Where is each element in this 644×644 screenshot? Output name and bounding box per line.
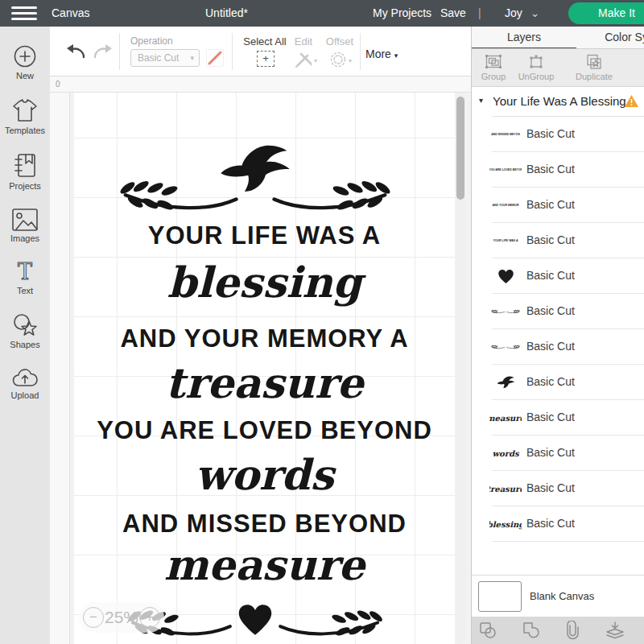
layer-row[interactable]: Basic Cut — [472, 329, 644, 365]
layer-row[interactable]: measure Basic Cut — [472, 400, 644, 436]
layer-operation-label: Basic Cut — [526, 163, 575, 175]
canvas-vertical-scrollbar[interactable] — [456, 93, 465, 644]
layer-operation-label: Basic Cut — [526, 517, 575, 530]
layer-group-title: Your Life Was A Blessing — [493, 94, 626, 108]
design-script-measure[interactable]: measure — [74, 540, 455, 589]
upload-icon — [11, 367, 39, 388]
ungroup-button[interactable]: UnGroup — [514, 52, 558, 81]
images-icon — [12, 208, 38, 231]
sidebar-item-images[interactable]: Images — [0, 208, 50, 243]
ruler-top — [50, 76, 471, 93]
zoom-in-button[interactable]: + — [139, 607, 160, 628]
sidebar-item-label: Text — [0, 286, 50, 295]
design-script-treasure[interactable]: treasure — [74, 358, 455, 407]
group-button[interactable]: Group — [472, 52, 515, 81]
weld-icon[interactable] — [521, 621, 540, 640]
menu-icon[interactable] — [11, 6, 37, 20]
undo-icon[interactable] — [64, 43, 87, 65]
layer-row[interactable]: AND YOUR MEMOR Basic Cut — [472, 188, 644, 223]
sidebar-item-new[interactable]: New — [0, 44, 50, 80]
layer-row[interactable]: YOU ARE LOVED BEYON Basic Cut — [472, 152, 644, 188]
layer-operation-label: Basic Cut — [526, 304, 575, 317]
more-button[interactable]: More ▾ — [365, 47, 398, 60]
offset-dropdown-arrow-icon[interactable]: ▾ — [349, 57, 352, 64]
layer-thumbnail: AND YOUR MEMOR — [489, 188, 522, 223]
layer-row[interactable]: Basic Cut — [472, 365, 644, 400]
edit-dropdown-arrow-icon[interactable]: ▾ — [314, 57, 317, 64]
document-title[interactable]: Untitled* — [205, 6, 248, 19]
chevron-down-icon: ⌄ — [530, 6, 540, 19]
panel-bottom-bar — [472, 617, 644, 644]
group-icon — [484, 52, 503, 72]
my-projects-link[interactable]: My Projects — [373, 6, 431, 19]
bottom-flourish-heart-graphic[interactable] — [126, 593, 384, 644]
heart-icon — [239, 605, 271, 635]
layer-operation-label: Basic Cut — [526, 198, 575, 211]
top-flourish-bird-graphic[interactable] — [118, 142, 392, 226]
tab-layers[interactable]: Layers — [472, 27, 576, 49]
select-all-button[interactable]: Select All — [237, 35, 293, 47]
design-text-line1[interactable]: YOUR LIFE WAS A — [74, 221, 455, 250]
layer-group-header[interactable]: ▾ Your Life Was A Blessing — [472, 87, 644, 117]
sidebar-item-projects[interactable]: Projects — [0, 153, 50, 191]
layer-row[interactable]: AND MISSED BEYON Basic Cut — [472, 117, 644, 152]
sidebar-item-shapes[interactable]: Shapes — [0, 313, 50, 349]
layer-row[interactable]: Basic Cut — [472, 294, 644, 329]
layer-actions-bar: Group UnGroup Duplicate — [472, 49, 644, 87]
design-text-line2[interactable]: AND YOUR MEMORY A — [74, 324, 455, 353]
layers-list: AND MISSED BEYON Basic Cut YOU ARE LOVED… — [472, 117, 644, 568]
layer-thumbnail: words — [489, 436, 522, 471]
zoom-out-button[interactable]: − — [83, 607, 104, 628]
redo-icon[interactable] — [92, 43, 114, 65]
panel-tabs: Layers Color Sync — [472, 27, 644, 49]
sidebar-item-label: Templates — [0, 126, 50, 135]
operation-color-swatch[interactable] — [206, 49, 224, 67]
layer-row[interactable]: YOUR LIFE WAS A Basic Cut — [472, 223, 644, 258]
machine-name: Joy — [505, 6, 522, 19]
layer-thumbnail: AND MISSED BEYON — [489, 117, 522, 152]
layer-row[interactable]: treasure Basic Cut — [472, 471, 644, 506]
blank-canvas-row: Blank Canvas — [472, 575, 644, 617]
offset-button[interactable]: Offset — [322, 35, 357, 47]
design-script-words[interactable]: words — [74, 450, 455, 499]
design-text-line3[interactable]: YOU ARE LOVED BEYOND — [74, 416, 455, 445]
blank-canvas-swatch[interactable] — [478, 581, 522, 612]
flatten-icon[interactable] — [605, 621, 625, 640]
toolbar-separator — [119, 33, 120, 70]
layer-row[interactable]: blessing Basic Cut — [472, 506, 644, 542]
operation-dropdown[interactable]: Basic Cut ▾ — [130, 49, 200, 67]
toolbar-separator — [232, 33, 233, 70]
blank-canvas-label: Blank Canvas — [530, 590, 594, 602]
duplicate-button[interactable]: Duplicate — [572, 52, 616, 81]
zoom-level: 25% — [105, 608, 138, 627]
layer-row[interactable]: words Basic Cut — [472, 436, 644, 471]
laurel-thumbnail — [489, 329, 522, 365]
sidebar-item-upload[interactable]: Upload — [0, 367, 50, 400]
machine-select[interactable]: Joy ⌄ — [505, 6, 539, 19]
heart-thumbnail — [489, 258, 522, 294]
layer-operation-label: Basic Cut — [526, 340, 575, 353]
dropdown-arrow-icon: ▾ — [190, 50, 194, 66]
collapse-caret-icon[interactable]: ▾ — [479, 96, 483, 105]
sidebar-item-templates[interactable]: Templates — [0, 98, 50, 135]
warning-icon[interactable] — [624, 94, 639, 111]
design-text-line4[interactable]: AND MISSED BEYOND — [74, 510, 455, 539]
bird-thumbnail — [489, 365, 522, 400]
attach-icon[interactable] — [563, 621, 582, 640]
design-script-blessing[interactable]: blessing — [74, 258, 455, 307]
tab-color-sync[interactable]: Color Sync — [580, 27, 644, 49]
edit-button[interactable]: Edit — [287, 35, 320, 47]
select-all-icon[interactable]: + — [257, 51, 275, 67]
sidebar-item-text[interactable]: T Text — [0, 261, 50, 295]
projects-icon — [13, 153, 37, 179]
slice-icon[interactable] — [478, 621, 497, 640]
layer-row[interactable]: Basic Cut — [472, 258, 644, 294]
layer-thumbnail: measure — [489, 400, 522, 436]
operation-value: Basic Cut — [138, 52, 179, 64]
scrollbar-thumb[interactable] — [456, 97, 464, 200]
sidebar-item-label: New — [0, 71, 50, 80]
make-it-button[interactable]: Make It — [568, 2, 644, 24]
design-canvas[interactable]: YOUR LIFE WAS A blessing AND YOUR MEMORY… — [74, 93, 455, 644]
layer-operation-label: Basic Cut — [526, 269, 575, 282]
save-link[interactable]: Save — [440, 6, 466, 19]
